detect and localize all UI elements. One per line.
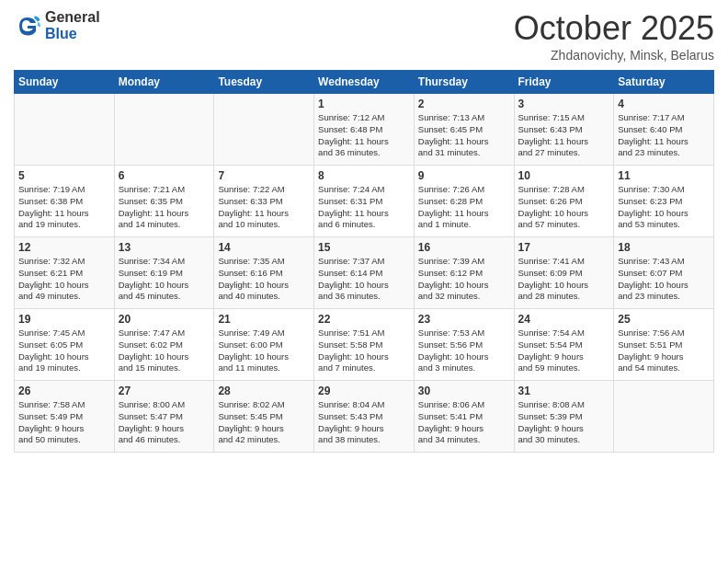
day-number: 16 (418, 241, 510, 254)
calendar-cell: 3Sunrise: 7:15 AM Sunset: 6:43 PM Daylig… (514, 94, 614, 166)
day-info: Sunrise: 7:30 AM Sunset: 6:23 PM Dayligh… (618, 184, 688, 229)
day-info: Sunrise: 8:04 AM Sunset: 5:43 PM Dayligh… (318, 399, 384, 444)
day-number: 27 (119, 385, 210, 397)
calendar-cell: 29Sunrise: 8:04 AM Sunset: 5:43 PM Dayli… (314, 381, 415, 453)
day-header-friday: Friday (514, 71, 614, 94)
day-info: Sunrise: 7:53 AM Sunset: 5:56 PM Dayligh… (418, 327, 489, 373)
day-number: 21 (218, 313, 310, 326)
calendar-cell (114, 94, 214, 166)
day-number: 26 (18, 385, 110, 397)
calendar-header-row: SundayMondayTuesdayWednesdayThursdayFrid… (15, 71, 714, 94)
day-number: 3 (518, 98, 610, 110)
day-number: 29 (318, 385, 410, 397)
calendar-cell: 30Sunrise: 8:06 AM Sunset: 5:41 PM Dayli… (414, 381, 514, 453)
day-info: Sunrise: 7:49 AM Sunset: 6:00 PM Dayligh… (218, 327, 289, 373)
day-number: 17 (518, 241, 610, 254)
calendar-cell (214, 94, 314, 166)
day-info: Sunrise: 7:47 AM Sunset: 6:02 PM Dayligh… (119, 327, 189, 373)
day-info: Sunrise: 8:02 AM Sunset: 5:45 PM Dayligh… (218, 399, 284, 444)
day-number: 18 (618, 241, 710, 254)
calendar-cell (614, 381, 714, 453)
day-info: Sunrise: 7:37 AM Sunset: 6:14 PM Dayligh… (318, 256, 389, 301)
day-number: 10 (518, 169, 610, 182)
day-header-tuesday: Tuesday (214, 71, 314, 94)
day-info: Sunrise: 7:12 AM Sunset: 6:48 PM Dayligh… (318, 112, 389, 157)
calendar-week-3: 12Sunrise: 7:32 AM Sunset: 6:21 PM Dayli… (15, 237, 714, 309)
day-info: Sunrise: 7:51 AM Sunset: 5:58 PM Dayligh… (318, 327, 389, 373)
day-number: 7 (218, 169, 310, 182)
day-info: Sunrise: 8:00 AM Sunset: 5:47 PM Dayligh… (119, 399, 185, 444)
day-info: Sunrise: 7:24 AM Sunset: 6:31 PM Dayligh… (318, 184, 389, 229)
location-subtitle: Zhdanovichy, Minsk, Belarus (514, 48, 714, 63)
day-number: 6 (119, 169, 210, 182)
day-number: 30 (418, 385, 510, 397)
calendar-table: SundayMondayTuesdayWednesdayThursdayFrid… (14, 70, 714, 453)
title-block: October 2025 Zhdanovichy, Minsk, Belarus (514, 9, 714, 63)
calendar-cell: 15Sunrise: 7:37 AM Sunset: 6:14 PM Dayli… (314, 237, 415, 309)
calendar-cell: 10Sunrise: 7:28 AM Sunset: 6:26 PM Dayli… (514, 166, 614, 237)
day-header-sunday: Sunday (15, 71, 115, 94)
day-info: Sunrise: 7:43 AM Sunset: 6:07 PM Dayligh… (618, 256, 688, 301)
calendar-cell: 22Sunrise: 7:51 AM Sunset: 5:58 PM Dayli… (314, 309, 415, 381)
day-number: 4 (618, 98, 710, 110)
day-info: Sunrise: 7:45 AM Sunset: 6:05 PM Dayligh… (18, 327, 89, 373)
calendar-cell: 8Sunrise: 7:24 AM Sunset: 6:31 PM Daylig… (314, 166, 415, 237)
day-number: 12 (18, 241, 110, 254)
day-info: Sunrise: 7:39 AM Sunset: 6:12 PM Dayligh… (418, 256, 489, 301)
calendar-cell: 21Sunrise: 7:49 AM Sunset: 6:00 PM Dayli… (214, 309, 314, 381)
day-info: Sunrise: 7:15 AM Sunset: 6:43 PM Dayligh… (518, 112, 589, 157)
day-info: Sunrise: 8:08 AM Sunset: 5:39 PM Dayligh… (518, 399, 585, 444)
calendar-cell: 27Sunrise: 8:00 AM Sunset: 5:47 PM Dayli… (114, 381, 214, 453)
day-info: Sunrise: 7:28 AM Sunset: 6:26 PM Dayligh… (518, 184, 589, 229)
calendar-cell: 5Sunrise: 7:19 AM Sunset: 6:38 PM Daylig… (15, 166, 115, 237)
calendar-cell: 23Sunrise: 7:53 AM Sunset: 5:56 PM Dayli… (414, 309, 514, 381)
calendar-week-2: 5Sunrise: 7:19 AM Sunset: 6:38 PM Daylig… (15, 166, 714, 237)
calendar-cell: 26Sunrise: 7:58 AM Sunset: 5:49 PM Dayli… (15, 381, 115, 453)
day-header-saturday: Saturday (614, 71, 714, 94)
day-info: Sunrise: 7:22 AM Sunset: 6:33 PM Dayligh… (218, 184, 289, 229)
day-header-monday: Monday (114, 71, 214, 94)
logo-blue-text: Blue (45, 26, 100, 42)
calendar-cell: 17Sunrise: 7:41 AM Sunset: 6:09 PM Dayli… (514, 237, 614, 309)
logo-general-text: General (45, 9, 100, 26)
day-info: Sunrise: 7:34 AM Sunset: 6:19 PM Dayligh… (119, 256, 189, 301)
day-number: 1 (318, 98, 410, 110)
day-number: 5 (18, 169, 110, 182)
calendar-cell: 11Sunrise: 7:30 AM Sunset: 6:23 PM Dayli… (614, 166, 714, 237)
calendar-cell: 28Sunrise: 8:02 AM Sunset: 5:45 PM Dayli… (214, 381, 314, 453)
calendar-cell: 1Sunrise: 7:12 AM Sunset: 6:48 PM Daylig… (314, 94, 415, 166)
day-number: 15 (318, 241, 410, 254)
logo: General Blue (14, 9, 100, 41)
calendar-cell: 14Sunrise: 7:35 AM Sunset: 6:16 PM Dayli… (214, 237, 314, 309)
day-number: 13 (119, 241, 210, 254)
calendar-cell: 7Sunrise: 7:22 AM Sunset: 6:33 PM Daylig… (214, 166, 314, 237)
calendar-cell: 16Sunrise: 7:39 AM Sunset: 6:12 PM Dayli… (414, 237, 514, 309)
calendar-week-5: 26Sunrise: 7:58 AM Sunset: 5:49 PM Dayli… (15, 381, 714, 453)
day-info: Sunrise: 7:17 AM Sunset: 6:40 PM Dayligh… (618, 112, 688, 157)
day-number: 24 (518, 313, 610, 326)
day-number: 22 (318, 313, 410, 326)
month-title: October 2025 (514, 9, 714, 48)
logo-icon (14, 12, 41, 40)
calendar-week-1: 1Sunrise: 7:12 AM Sunset: 6:48 PM Daylig… (15, 94, 714, 166)
page-header: General Blue October 2025 Zhdanovichy, M… (14, 9, 714, 63)
calendar-cell: 20Sunrise: 7:47 AM Sunset: 6:02 PM Dayli… (114, 309, 214, 381)
calendar-cell: 31Sunrise: 8:08 AM Sunset: 5:39 PM Dayli… (514, 381, 614, 453)
day-info: Sunrise: 8:06 AM Sunset: 5:41 PM Dayligh… (418, 399, 484, 444)
day-number: 25 (618, 313, 710, 326)
day-number: 9 (418, 169, 510, 182)
day-number: 14 (218, 241, 310, 254)
day-number: 8 (318, 169, 410, 182)
calendar-cell: 13Sunrise: 7:34 AM Sunset: 6:19 PM Dayli… (114, 237, 214, 309)
calendar-cell: 25Sunrise: 7:56 AM Sunset: 5:51 PM Dayli… (614, 309, 714, 381)
calendar-cell: 9Sunrise: 7:26 AM Sunset: 6:28 PM Daylig… (414, 166, 514, 237)
day-number: 19 (18, 313, 110, 326)
day-number: 23 (418, 313, 510, 326)
day-info: Sunrise: 7:58 AM Sunset: 5:49 PM Dayligh… (18, 399, 85, 444)
calendar-cell: 2Sunrise: 7:13 AM Sunset: 6:45 PM Daylig… (414, 94, 514, 166)
day-info: Sunrise: 7:35 AM Sunset: 6:16 PM Dayligh… (218, 256, 289, 301)
calendar-cell: 19Sunrise: 7:45 AM Sunset: 6:05 PM Dayli… (15, 309, 115, 381)
calendar-cell (15, 94, 115, 166)
day-info: Sunrise: 7:19 AM Sunset: 6:38 PM Dayligh… (18, 184, 89, 229)
day-info: Sunrise: 7:13 AM Sunset: 6:45 PM Dayligh… (418, 112, 489, 157)
